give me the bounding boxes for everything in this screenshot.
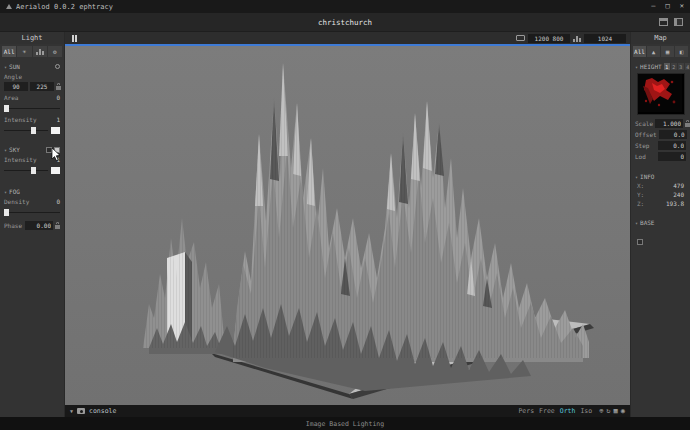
sun-intensity-slider[interactable]	[4, 126, 48, 135]
sun-icon[interactable]: ☀	[17, 46, 31, 57]
lock-icon[interactable]	[56, 86, 61, 90]
mode-free[interactable]: Free	[539, 407, 555, 415]
camera-icon[interactable]	[77, 408, 85, 414]
collapse-icon[interactable]: ▼	[70, 408, 73, 414]
disclosure-icon: ▾	[4, 64, 7, 70]
fog-phase-row: Phase	[0, 220, 64, 231]
scale-label: Scale	[635, 120, 653, 127]
fog-density-value: 0	[56, 198, 60, 205]
info-section-label: INFO	[640, 173, 654, 180]
sky-intensity-slider[interactable]	[4, 166, 48, 175]
height-slot-4[interactable]: 4	[685, 63, 690, 70]
fog-phase-input[interactable]	[25, 221, 53, 230]
lock-icon[interactable]	[55, 225, 60, 229]
console-label[interactable]: console	[89, 407, 116, 415]
minimize-button[interactable]: –	[651, 0, 655, 13]
disclosure-icon: ▾	[4, 147, 7, 153]
sun-area-slider[interactable]	[4, 104, 60, 113]
mode-pers[interactable]: Pers	[518, 407, 534, 415]
map-tab-all[interactable]: All	[633, 46, 646, 57]
map-tabs: All ▲ ▦ ◧	[631, 44, 690, 59]
refresh-icon[interactable]: ↻	[606, 407, 610, 415]
fog-density-slider-row	[0, 206, 64, 218]
disclosure-icon: ▾	[635, 64, 638, 70]
resolution-value[interactable]: 1200 800	[528, 34, 570, 43]
height-slot-2[interactable]: 2	[671, 63, 677, 70]
sky-section-label: SKY	[9, 146, 20, 153]
fog-section-label: FOG	[9, 188, 20, 195]
viewport-column: 1200 800 1024	[65, 32, 630, 417]
lock-icon[interactable]	[685, 123, 690, 127]
step-input[interactable]	[658, 141, 686, 150]
base-section-header[interactable]: ▾ BASE	[631, 215, 690, 227]
sun-angle-altitude-input[interactable]	[4, 82, 28, 91]
sun-section-header[interactable]: ▾ SUN	[0, 59, 64, 71]
fog-density-slider[interactable]	[4, 208, 60, 217]
height-slot-1[interactable]: 1	[664, 63, 670, 70]
globe-icon[interactable]: ◉	[621, 407, 625, 415]
base-section-label: BASE	[640, 219, 654, 226]
offset-input[interactable]	[659, 130, 687, 139]
fog-section-header[interactable]: ▾ FOG	[0, 184, 64, 196]
sky-intensity-row: Intensity 1	[0, 154, 64, 164]
scale-input[interactable]	[655, 119, 683, 128]
fog-density-label: Density	[4, 198, 29, 205]
sun-angle-label: Angle	[0, 71, 64, 81]
info-section-header[interactable]: ▾ INFO	[631, 169, 690, 181]
info-x-row: X: 479	[631, 181, 690, 190]
lod-input[interactable]	[658, 152, 686, 161]
histogram-tab-icon[interactable]	[33, 46, 47, 57]
info-y-label: Y:	[637, 191, 644, 198]
sun-intensity-row: Intensity 1	[0, 114, 64, 124]
sun-color-swatch[interactable]	[51, 127, 60, 134]
sun-angle-azimuth-input[interactable]	[30, 82, 54, 91]
window-controls: – □ ✕	[651, 0, 684, 13]
mode-orth[interactable]: Orth	[560, 407, 576, 415]
sky-checkbox-a[interactable]	[46, 147, 52, 153]
info-x-label: X:	[637, 182, 644, 189]
layout-icon[interactable]	[674, 18, 683, 26]
titlebar: Aerialod 0.0.2 ephtracy – □ ✕	[0, 0, 690, 13]
project-bar-icons	[659, 18, 683, 26]
sun-intensity-slider-row	[0, 124, 64, 136]
app-logo-icon	[6, 4, 12, 9]
mode-iso[interactable]: Iso	[580, 407, 592, 415]
pause-button[interactable]	[69, 34, 80, 43]
disclosure-icon: ▾	[635, 220, 638, 226]
sky-color-swatch[interactable]	[51, 167, 60, 174]
fog-phase-label: Phase	[4, 222, 23, 229]
lod-label: Lod	[635, 153, 656, 160]
gear-icon[interactable]: ⚙	[48, 46, 62, 57]
samples-value[interactable]: 1024	[584, 34, 626, 43]
light-panel: Light All ☀ ⚙ ▾ SUN Angle Area 0	[0, 32, 65, 417]
maximize-button[interactable]: □	[666, 0, 670, 13]
image-icon[interactable]: ▦	[661, 46, 674, 57]
grid-icon[interactable]: ▦	[614, 407, 618, 415]
heightmap-thumbnail[interactable]	[637, 73, 685, 115]
scale-row: Scale	[631, 118, 690, 129]
height-slot-3[interactable]: 3	[678, 63, 684, 70]
height-section-header[interactable]: ▾ HEIGHT 1 2 3 4	[631, 59, 690, 71]
sun-disc-icon[interactable]	[55, 64, 60, 69]
sky-intensity-value: 1	[56, 156, 60, 163]
close-button[interactable]: ✕	[680, 0, 684, 13]
sky-intensity-slider-row	[0, 164, 64, 176]
height-slots: 1 2 3 4	[664, 63, 690, 70]
offset-row: Offset	[631, 129, 690, 140]
base-checkbox[interactable]	[637, 239, 643, 245]
viewport-canvas[interactable]	[65, 46, 630, 405]
fog-density-row: Density 0	[0, 196, 64, 206]
console-icons: ⊕ ↻ ▦ ◉	[599, 407, 625, 415]
terrain-render	[65, 46, 630, 405]
disclosure-icon: ▾	[4, 189, 7, 195]
light-tabs: All ☀ ⚙	[0, 44, 64, 59]
sky-section-header[interactable]: ▾ SKY	[0, 142, 64, 154]
triangle-icon[interactable]: ▲	[647, 46, 660, 57]
axes-icon[interactable]: ⊕	[599, 407, 603, 415]
layers-icon[interactable]: ◧	[675, 46, 688, 57]
sky-checkbox-b[interactable]	[54, 147, 60, 153]
save-icon[interactable]	[659, 18, 668, 26]
light-tab-all[interactable]: All	[2, 46, 16, 57]
status-text: Image Based Lighting	[306, 420, 384, 428]
project-bar: christchurch	[0, 13, 690, 32]
